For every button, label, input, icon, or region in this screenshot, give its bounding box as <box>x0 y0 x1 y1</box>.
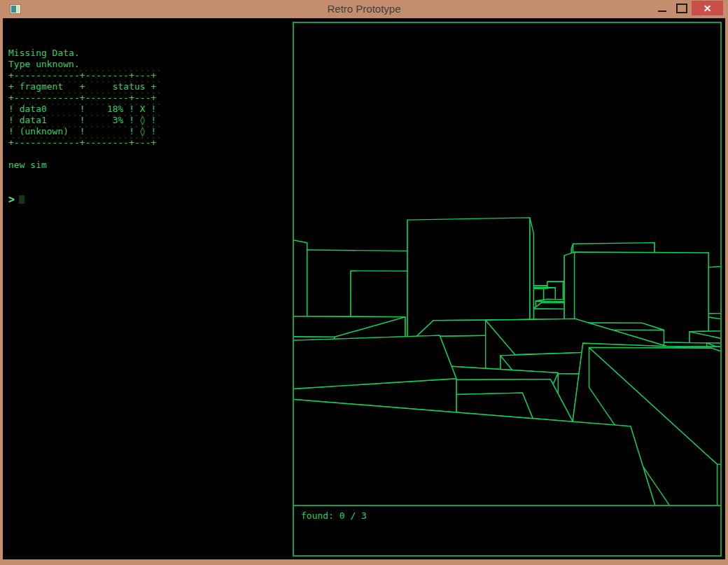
terminal-line: Type unknown. <box>8 59 288 70</box>
maximize-icon <box>676 4 687 13</box>
close-icon: ✕ <box>704 3 712 14</box>
terminal-line: ! data0 ! 18% ! X ! <box>8 104 161 115</box>
wireframe-scene-svg <box>294 23 720 505</box>
terminal-line: +------------+--------+---+ <box>8 70 161 81</box>
maximize-button[interactable] <box>672 0 692 16</box>
terminal-line: Missing Data. <box>8 48 288 59</box>
terminal-line <box>8 148 288 160</box>
window-title: Retro Prototype <box>0 3 728 15</box>
status-panel: found: 0 / 3 <box>293 505 722 557</box>
minimize-button[interactable] <box>652 0 672 16</box>
close-button[interactable]: ✕ <box>692 1 723 15</box>
app-window: Retro Prototype ✕ Missing Data.Type unkn… <box>0 0 728 565</box>
terminal-line: new sim <box>8 160 288 171</box>
terminal-lines: Missing Data.Type unknown.+------------+… <box>8 48 288 171</box>
title-bar[interactable]: Retro Prototype ✕ <box>0 0 728 18</box>
command-prompt[interactable]: > <box>8 193 288 206</box>
terminal-line: ! (unknown) ! ! ◊ ! <box>8 126 161 137</box>
terminal-line: +------------+--------+---+ <box>8 92 161 104</box>
content-area: Missing Data.Type unknown.+------------+… <box>3 18 725 559</box>
minimize-icon <box>658 11 666 12</box>
wireframe-viewport[interactable] <box>293 22 722 506</box>
terminal-line: ! data1 ! 3% ! ◊ ! <box>8 115 161 126</box>
terminal-output: Missing Data.Type unknown.+------------+… <box>8 25 288 228</box>
found-counter: found: 0 / 3 <box>301 510 367 521</box>
prompt-symbol: > <box>8 194 15 205</box>
terminal-line: + fragment + status + <box>8 81 161 92</box>
terminal-line: +------------+--------+---+ <box>8 137 161 148</box>
cursor-block <box>19 195 24 204</box>
